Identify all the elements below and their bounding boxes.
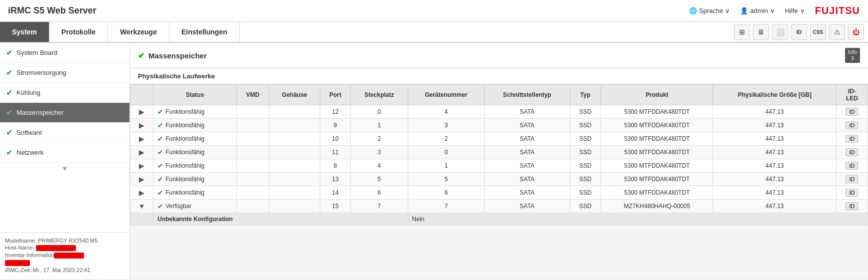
port-cell: 15 [320,200,350,213]
typ-cell: SSD [570,119,601,132]
status-label: Verfügbar [165,203,191,210]
id-led-button[interactable]: ID [846,108,858,116]
check-icon: ✔ [6,48,12,57]
produkt-cell: 5300 MTFDDAK480TDT [601,173,713,186]
sidebar-item-stromversorgung[interactable]: ✔ Stromversorgung [0,63,129,83]
groesse-cell: 447.13 [713,146,836,159]
expand-cell[interactable]: ▶ [130,173,153,186]
id-led-button[interactable]: ID [846,148,858,156]
schnittstelle-cell: SATA [485,132,570,146]
window-icon-btn[interactable]: ⬜ [772,24,788,40]
status-icon: ✔ [157,148,163,156]
typ-cell: SSD [570,146,601,159]
expand-cell[interactable]: ▶ [130,119,153,132]
grid-icon-btn[interactable]: ⊞ [734,24,750,40]
vmd-cell [236,132,269,146]
id-led-button[interactable]: ID [846,121,858,129]
gehaeuse-cell [269,105,320,119]
status-icon: ✔ [157,202,163,210]
geraet-cell: 7 [408,200,484,213]
language-selector[interactable]: 🌐 Sprache ∨ [689,7,730,14]
gehaeuse-cell [269,119,320,132]
status-icon: ✔ [157,189,163,197]
id-led-cell[interactable]: ID [836,119,868,132]
monitor-icon-btn[interactable]: 🖥 [753,24,769,40]
status-cell: ✔ Funktionsfähig [153,105,236,119]
check-icon: ✔ [6,128,12,137]
tab-einstellungen[interactable]: Einstellungen [169,22,240,42]
id-led-cell[interactable]: ID [836,159,868,173]
section-title-text: Massenspeicher [148,51,207,60]
sidebar: ✔ System Board ✔ Stromversorgung ✔ Kühlu… [0,43,130,279]
sidebar-item-label: Netzwerk [16,149,43,156]
typ-cell: SSD [570,186,601,200]
gehaeuse-cell [269,173,320,186]
sidebar-item-label: Stromversorgung [16,69,66,76]
status-cell: ✔ Funktionsfähig [153,173,236,186]
schnittstelle-cell: SATA [485,186,570,200]
id-icon-btn[interactable]: ID [791,24,807,40]
geraet-cell: 0 [408,146,484,159]
typ-cell: SSD [570,159,601,173]
id-led-button[interactable]: ID [846,202,858,210]
header-actions: 🌐 Sprache ∨ 👤 admin ∨ Hilfe ∨ FUJITSU [689,5,860,16]
id-led-button[interactable]: ID [846,162,858,170]
steckplatz-cell: 7 [351,200,408,213]
expand-cell[interactable]: ▶ [130,132,153,146]
col-geraet: Gerätenummer [408,85,484,105]
layout: ✔ System Board ✔ Stromversorgung ✔ Kühlu… [0,43,868,279]
status-label: Funktionsfähig [165,122,204,129]
css-icon-btn[interactable]: CSS [810,24,826,40]
tab-werkzeuge[interactable]: Werkzeuge [108,22,169,42]
info-badge-label: Info [848,49,857,55]
power-icon-btn[interactable]: ⏻ [848,24,864,40]
sidebar-item-kuehlung[interactable]: ✔ Kühlung [0,83,129,103]
redacted-inventory [54,253,84,259]
help-menu[interactable]: Hilfe ∨ [785,7,805,14]
status-icon: ✔ [157,108,163,116]
check-icon: ✔ [6,148,12,157]
expand-cell[interactable]: ▶ [130,159,153,173]
id-led-button[interactable]: ID [846,189,858,197]
id-led-button[interactable]: ID [846,135,858,143]
expand-cell[interactable]: ▶ [130,146,153,159]
sidebar-item-massenspeicher[interactable]: ✔ Massenspeicher [0,103,129,123]
model-info: Modellname: PRIMERGY RX2540 M5 [5,238,124,244]
expand-cell[interactable]: ▼ [130,200,153,213]
chevron-down-icon: ∨ [800,7,805,14]
id-led-cell[interactable]: ID [836,105,868,119]
section-header: ✔ Massenspeicher Info 3 [130,43,868,68]
id-led-cell[interactable]: ID [836,173,868,186]
sidebar-item-netzwerk[interactable]: ✔ Netzwerk [0,143,129,163]
status-label: Funktionsfähig [165,176,204,183]
id-led-cell[interactable]: ID [836,146,868,159]
port-cell: 10 [320,132,350,146]
sidebar-item-label: Kühlung [16,89,40,96]
port-cell: 14 [320,186,350,200]
sidebar-item-software[interactable]: ✔ Software [0,123,129,143]
schnittstelle-cell: SATA [485,105,570,119]
produkt-cell: 5300 MTFDDAK480TDT [601,159,713,173]
chevron-down-icon: ∨ [725,7,730,14]
nav-tabs: System Protokolle Werkzeuge Einstellunge… [0,22,868,43]
col-status: Status [153,85,236,105]
id-led-cell[interactable]: ID [836,132,868,146]
expand-cell[interactable]: ▶ [130,186,153,200]
id-led-button[interactable]: ID [846,175,858,183]
status-icon: ✔ [157,121,163,129]
tab-protokolle[interactable]: Protokolle [49,22,108,42]
section-title: ✔ Massenspeicher [138,51,207,60]
table-row: ▶ ✔ Funktionsfähig 9 1 3 SATA SSD 5300 M… [130,119,868,132]
alert-icon-btn[interactable]: ⚠ [829,24,845,40]
status-cell: ✔ Funktionsfähig [153,159,236,173]
steckplatz-cell: 0 [351,105,408,119]
tab-system[interactable]: System [0,22,49,42]
footer-label: Unbekannte Konfiguration [153,213,408,226]
user-icon: 👤 [740,7,748,14]
id-led-cell[interactable]: ID [836,200,868,213]
id-led-cell[interactable]: ID [836,186,868,200]
expand-cell[interactable]: ▶ [130,105,153,119]
table-row: ▶ ✔ Funktionsfähig 13 5 5 SATA SSD 5300 … [130,173,868,186]
sidebar-item-system-board[interactable]: ✔ System Board [0,43,129,63]
user-menu[interactable]: 👤 admin ∨ [740,7,775,14]
